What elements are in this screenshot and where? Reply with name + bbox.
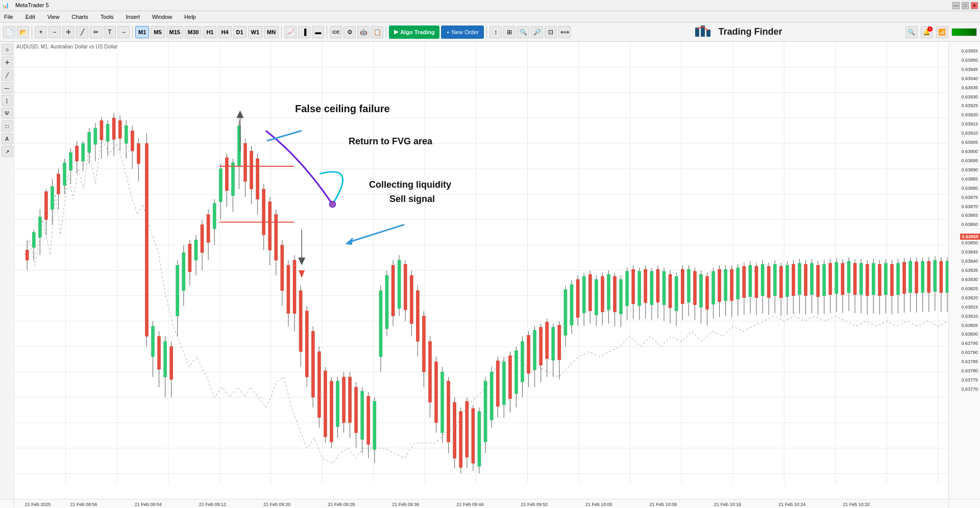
time-label-8: 21 Feb 09:52: [521, 502, 548, 507]
chart-svg[interactable]: [14, 42, 948, 499]
zoom-icon2[interactable]: 🔍: [517, 26, 529, 38]
svg-rect-126: [293, 260, 296, 314]
svg-rect-164: [410, 275, 413, 324]
menu-edit[interactable]: Edit: [23, 13, 37, 21]
text-lt-icon[interactable]: A: [2, 133, 13, 144]
close-button[interactable]: ✕: [971, 2, 978, 9]
template-icon[interactable]: 📋: [371, 26, 383, 38]
zoom-out-icon2[interactable]: 🔎: [531, 26, 543, 38]
period-sep-icon[interactable]: ⟺: [558, 26, 571, 38]
chart-area-container: ⊹ ✛ ╱ — | Ψ □ A ↗ AUDUSD, M1: Australian…: [0, 42, 980, 508]
svg-rect-254: [687, 269, 690, 302]
draw-icon[interactable]: ✏: [90, 26, 102, 38]
time-label-10: 21 Feb 10:08: [650, 502, 677, 507]
signal-icon[interactable]: 📶: [936, 26, 948, 38]
rect-icon[interactable]: □: [2, 120, 13, 132]
algo-trading-button[interactable]: ▶ Algo Trading: [389, 26, 439, 39]
time-axis: 21 Feb 2025 21 Feb 08:56 21 Feb 09:04 21…: [29, 499, 948, 508]
cursor-icon[interactable]: ⊹: [2, 44, 13, 55]
fib-icon[interactable]: Ψ: [2, 108, 13, 119]
tf-m1[interactable]: M1: [135, 26, 149, 38]
maximize-button[interactable]: □: [962, 2, 969, 9]
svg-rect-228: [607, 274, 610, 310]
new-order-button[interactable]: + New Order: [441, 26, 484, 39]
arrow-icon[interactable]: →: [117, 26, 130, 38]
tf-w1[interactable]: W1: [248, 26, 263, 38]
indicator-icon[interactable]: ⚙: [344, 26, 356, 38]
svg-rect-336: [940, 261, 943, 293]
svg-rect-272: [743, 266, 746, 298]
svg-rect-140: [336, 381, 339, 427]
current-price-badge: 0.63855: [960, 234, 980, 240]
new-chart-icon[interactable]: 📄: [3, 26, 15, 38]
grid-icon[interactable]: ⊞: [503, 26, 516, 38]
tf-m30[interactable]: M30: [185, 26, 202, 38]
menu-charts[interactable]: Charts: [69, 13, 90, 21]
tf-m15[interactable]: M15: [166, 26, 183, 38]
svg-rect-322: [896, 263, 899, 295]
menu-help[interactable]: Help: [182, 13, 198, 21]
svg-rect-220: [582, 276, 585, 313]
candles-group: [26, 113, 948, 473]
arrow-lt-icon[interactable]: ↗: [2, 146, 13, 157]
auto-scale-icon[interactable]: ⊡: [545, 26, 557, 38]
svg-rect-182: [465, 401, 469, 458]
svg-rect-70: [118, 120, 121, 138]
open-icon[interactable]: 📂: [17, 26, 29, 38]
line-chart-icon[interactable]: 📈: [284, 26, 297, 38]
notification-icon[interactable]: 🔔 1: [921, 26, 933, 38]
chart-row: ⊹ ✛ ╱ — | Ψ □ A ↗ AUDUSD, M1: Australian…: [0, 42, 980, 499]
svg-rect-232: [619, 280, 622, 314]
vline-icon[interactable]: |: [2, 95, 13, 106]
price-label-13: 0.63895: [961, 158, 978, 163]
svg-rect-240: [644, 269, 647, 303]
titlebar-menu-area: 📊 MetaTrader 5: [2, 2, 49, 9]
sort-icon[interactable]: ↕: [489, 26, 502, 38]
toolbar-sep6: [486, 26, 487, 38]
price-label-24: 0.63840: [961, 259, 978, 264]
sell-arrow-head: [346, 237, 353, 245]
ide-icon[interactable]: IDE: [330, 26, 342, 38]
time-label-3: 21 Feb 09:12: [199, 502, 226, 507]
time-label-2: 21 Feb 09:04: [135, 502, 162, 507]
svg-rect-102: [219, 169, 222, 202]
line-lt-icon[interactable]: ╱: [2, 69, 13, 81]
tf-m5[interactable]: M5: [151, 26, 164, 38]
svg-rect-42: [32, 232, 35, 247]
crosshair-icon[interactable]: ✛: [62, 26, 75, 38]
time-axis-corner: [0, 499, 14, 508]
menu-view[interactable]: View: [45, 13, 62, 21]
svg-rect-110: [243, 143, 247, 182]
zoom-in-icon[interactable]: +: [35, 26, 47, 38]
tf-h4[interactable]: H4: [218, 26, 231, 38]
svg-rect-226: [601, 276, 604, 312]
expert-icon[interactable]: 🤖: [357, 26, 370, 38]
bar-chart-icon[interactable]: ▐: [298, 26, 310, 38]
crosshair-lt-icon[interactable]: ✛: [2, 57, 13, 68]
svg-rect-334: [934, 260, 937, 292]
svg-rect-178: [453, 402, 456, 459]
menu-tools[interactable]: Tools: [99, 13, 116, 21]
svg-rect-304: [841, 263, 844, 295]
tf-mn[interactable]: MN: [264, 26, 279, 38]
hline-icon[interactable]: —: [2, 82, 13, 93]
line-icon[interactable]: ╱: [76, 26, 88, 38]
svg-rect-288: [792, 264, 795, 296]
menu-window[interactable]: Window: [150, 13, 174, 21]
tf-h1[interactable]: H1: [203, 26, 216, 38]
text-icon[interactable]: T: [104, 26, 116, 38]
svg-rect-124: [287, 265, 290, 314]
svg-rect-194: [502, 362, 505, 405]
chart-main[interactable]: AUDUSD, M1: Australian Dollar vs US Doll…: [14, 42, 948, 499]
candle-icon[interactable]: ▬: [312, 26, 324, 38]
menu-file[interactable]: File: [2, 13, 15, 21]
search-right-icon[interactable]: 🔍: [905, 26, 918, 38]
menu-insert[interactable]: Insert: [124, 13, 142, 21]
svg-rect-208: [546, 322, 549, 359]
svg-rect-274: [749, 265, 752, 297]
tf-d1[interactable]: D1: [233, 26, 247, 38]
minimize-button[interactable]: —: [952, 2, 960, 9]
svg-rect-106: [231, 163, 234, 196]
price-label-22: 0.63850: [961, 240, 978, 245]
zoom-out-icon[interactable]: −: [48, 26, 61, 38]
